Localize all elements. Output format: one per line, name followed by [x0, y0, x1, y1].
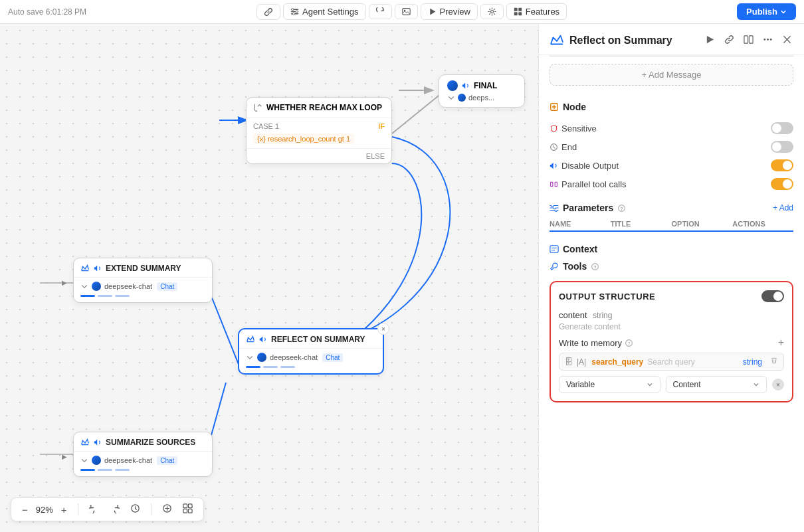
link-icon: [264, 7, 273, 17]
col-name: NAME: [550, 220, 611, 228]
svg-point-4: [296, 11, 298, 13]
tools-label: Tools: [563, 261, 587, 272]
svg-rect-6: [402, 9, 409, 15]
cond-node-title: WHETHER REACH MAX LOOP: [266, 103, 382, 112]
svg-point-24: [767, 39, 769, 41]
sensitive-label-row: Sensitive: [550, 124, 597, 133]
final-node-header: FINAL: [447, 80, 516, 91]
reflect-on-summary-node[interactable]: × REFLECT ON SUMMARY deepseek-chat Chat: [238, 328, 384, 375]
memory-input-placeholder[interactable]: Search query: [647, 357, 738, 367]
end-toggle-knob: [772, 142, 781, 151]
write-to-memory-row: Write to memory ? +: [559, 337, 784, 349]
agent-settings-label: Agent Settings: [302, 7, 359, 17]
add-button[interactable]: [159, 502, 175, 517]
topbar: Auto save 6:01:28 PM Agent Settings Prev…: [0, 0, 804, 24]
zoom-in-button[interactable]: +: [58, 503, 70, 517]
agent-settings-icon: [290, 7, 299, 16]
content-select[interactable]: Content: [666, 376, 767, 393]
crown-icon-summarize: [80, 438, 90, 447]
more-icon: [763, 35, 773, 44]
bottom-toolbar: − 92% +: [11, 497, 204, 521]
output-toggle[interactable]: [761, 290, 784, 302]
settings-icon: [488, 7, 496, 16]
history-button[interactable]: [128, 502, 143, 517]
whether-reach-max-loop-node[interactable]: WHETHER REACH MAX LOOP CASE 1 IF {x} res…: [246, 97, 392, 164]
autosave-label: Auto save 6:01:28 PM: [8, 7, 86, 17]
parallel-tool-row: Parallel tool calls: [550, 175, 793, 193]
extend-summary-node[interactable]: EXTEND SUMMARY deepseek-chat Chat ▶: [73, 258, 213, 303]
extend-summary-header: EXTEND SUMMARY: [74, 258, 212, 278]
else-label: ELSE: [366, 152, 385, 160]
memory-delete-button[interactable]: [770, 357, 778, 367]
features-button[interactable]: Features: [506, 3, 567, 20]
end-label: End: [561, 142, 577, 152]
reflect-close-btn[interactable]: ×: [377, 323, 389, 335]
if-label: IF: [378, 122, 385, 130]
image-button[interactable]: [395, 4, 418, 19]
final-ds-icon: [447, 80, 458, 91]
redo-button[interactable]: [107, 502, 122, 517]
col-title: TITLE: [611, 220, 672, 228]
parameters-section: Parameters ? + Add NAME TITLE OPTION ACT…: [550, 203, 793, 232]
svg-rect-10: [514, 8, 518, 11]
play-icon: [428, 7, 437, 16]
end-row: End: [550, 137, 793, 156]
svg-rect-22: [749, 36, 753, 43]
grid-button[interactable]: [180, 502, 195, 517]
write-to-memory-label: Write to memory ?: [559, 338, 633, 348]
preview-button[interactable]: Preview: [421, 3, 478, 20]
settings-button[interactable]: [480, 4, 504, 19]
summarize-title: SUMMARIZE SOURCES: [106, 438, 195, 447]
content-select-chevron: [753, 381, 759, 388]
final-vol-icon: [462, 82, 470, 90]
write-memory-text: Write to memory: [559, 338, 622, 348]
vol-icon-summarize: [94, 438, 102, 446]
panel-columns-button[interactable]: [742, 33, 755, 48]
svg-text:?: ?: [594, 264, 597, 270]
agent-settings-button[interactable]: Agent Settings: [283, 3, 366, 20]
publish-button[interactable]: Publish: [737, 3, 796, 20]
col-option: OPTION: [672, 220, 733, 228]
add-message-button[interactable]: + Add Message: [550, 64, 793, 86]
output-field-row: content string Generate content: [559, 309, 784, 331]
panel-link-button[interactable]: [723, 33, 736, 48]
refresh-button[interactable]: [369, 4, 392, 19]
summarize-header: SUMMARIZE SOURCES: [74, 432, 212, 452]
summarize-dash1: [80, 469, 95, 471]
summarize-sources-node[interactable]: SUMMARIZE SOURCES deepseek-chat Chat ▶: [73, 432, 213, 477]
parallel-tool-toggle[interactable]: [771, 178, 793, 190]
parallel-icon: [550, 180, 558, 189]
disable-output-toggle[interactable]: [771, 159, 793, 171]
variable-select[interactable]: Variable: [559, 376, 660, 393]
sensitive-toggle[interactable]: [771, 122, 793, 134]
close-icon-panel: [782, 35, 792, 44]
features-icon: [514, 7, 522, 16]
play-icon-panel: [705, 35, 715, 44]
select-clear-button[interactable]: ×: [772, 379, 784, 391]
topbar-right: Publish: [737, 3, 796, 20]
panel-play-button[interactable]: [704, 33, 716, 48]
shield-icon: [550, 124, 558, 133]
toolbar-divider2: [151, 503, 151, 515]
svg-rect-11: [518, 8, 522, 11]
output-structure-header: OUTPUT STRUCTURE: [559, 290, 784, 302]
memory-db-icon: 🗄: [565, 357, 573, 367]
final-node[interactable]: FINAL deeps...: [439, 74, 525, 108]
link-button[interactable]: [256, 4, 280, 20]
undo-button[interactable]: [86, 502, 102, 517]
panel-close-button[interactable]: [781, 33, 793, 48]
zoom-out-button[interactable]: −: [19, 503, 31, 517]
params-section-title: Parameters ?: [550, 203, 626, 213]
end-toggle[interactable]: [771, 141, 793, 153]
canvas[interactable]: WHETHER REACH MAX LOOP CASE 1 IF {x} res…: [0, 24, 538, 532]
add-param-button[interactable]: + Add: [773, 203, 793, 213]
toolbar-divider: [78, 503, 78, 515]
svg-rect-16: [183, 504, 187, 508]
reflect-dash3: [280, 366, 295, 368]
extend-summary-body: deepseek-chat Chat: [74, 278, 212, 302]
panel-more-button[interactable]: [761, 33, 774, 48]
svg-point-5: [292, 13, 294, 15]
extend-model: deepseek-chat: [104, 282, 152, 290]
write-memory-add-button[interactable]: +: [778, 337, 784, 349]
node-section-label: Node: [563, 102, 586, 112]
